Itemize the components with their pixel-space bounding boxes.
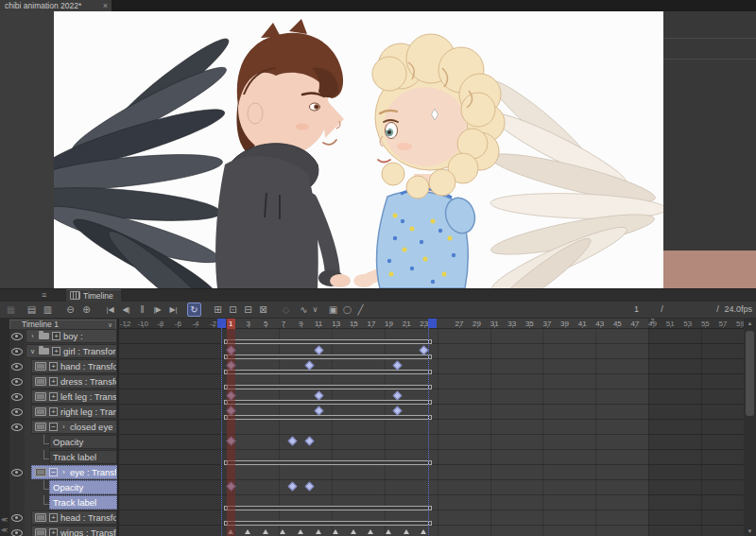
track-row-eye-opacity[interactable]: Opacity xyxy=(49,480,117,494)
edit-track-button[interactable]: ╱ xyxy=(353,303,368,317)
onion-skin-button[interactable]: ▣ xyxy=(326,303,340,317)
clip-duration-bar-closed-eye-track-label[interactable] xyxy=(224,460,432,465)
zoom-out-button[interactable]: ⊖ xyxy=(63,303,77,317)
pause-button[interactable]: ‖ xyxy=(135,303,149,317)
playback-range-start-marker[interactable] xyxy=(217,319,226,328)
expand-plus-icon[interactable]: + xyxy=(49,392,58,401)
track-row-closed-eye-opacity[interactable]: Opacity xyxy=(49,435,117,449)
fps-value[interactable]: 24.0fps xyxy=(724,303,752,317)
canvas-area[interactable] xyxy=(0,11,756,288)
scroll-down-icon[interactable]: ▼ xyxy=(744,527,756,536)
scroll-up-icon[interactable]: ▲ xyxy=(744,319,756,329)
keyframe-diamond[interactable] xyxy=(393,406,403,416)
expand-chevron-icon[interactable]: ≪ xyxy=(1,527,8,534)
track-row-eye-track-label[interactable]: Track label xyxy=(49,495,117,510)
document-tab[interactable]: chibi animation 2022* × xyxy=(0,0,112,11)
clip-duration-bar-eye-track-label[interactable] xyxy=(224,506,432,510)
clip-duration-bar-dress[interactable] xyxy=(224,385,432,389)
close-icon[interactable]: × xyxy=(103,0,108,11)
expand-plus-icon[interactable]: + xyxy=(49,377,58,386)
cel-marker-triangle[interactable] xyxy=(421,529,426,534)
track-row-head[interactable]: +head : Transform xyxy=(31,510,117,525)
skip-end-button[interactable]: ▶| xyxy=(166,303,180,317)
cel-marker-triangle[interactable] xyxy=(298,529,303,534)
zoom-in-button[interactable]: ⊕ xyxy=(79,303,94,317)
prev-frame-button[interactable]: ◀| xyxy=(119,303,133,317)
enable-keyframes-button[interactable]: ◇ xyxy=(279,303,293,317)
cel-marker-triangle[interactable] xyxy=(245,529,250,534)
next-keyframe-button[interactable]: ⊠ xyxy=(256,303,270,317)
clip-duration-bar-girl[interactable] xyxy=(224,354,432,359)
clip-duration-bar-boy[interactable] xyxy=(224,339,432,344)
chevron-down-icon[interactable]: ∨ xyxy=(29,345,36,357)
visibility-toggle-wings[interactable] xyxy=(11,529,23,536)
cel-marker-triangle[interactable] xyxy=(316,529,321,534)
keyframe-diamond[interactable] xyxy=(305,437,315,446)
expand-plus-icon[interactable]: + xyxy=(52,332,60,340)
expand-plus-icon[interactable]: + xyxy=(49,528,58,536)
tracks-area[interactable]: -12-10-8-6-4-235791113151719212327293133… xyxy=(119,319,744,536)
visibility-toggle-boy[interactable] xyxy=(11,333,23,340)
playhead-line[interactable] xyxy=(227,319,235,536)
next-frame-button[interactable]: |▶ xyxy=(150,303,164,317)
visibility-toggle-dress[interactable] xyxy=(11,378,23,386)
clip-duration-bar-left-leg[interactable] xyxy=(224,400,432,405)
cel-marker-triangle[interactable] xyxy=(386,529,391,534)
panel-menu-icon[interactable]: ≡ xyxy=(42,290,46,301)
track-row-closed-eye[interactable]: −›closed eye : Transform xyxy=(31,420,117,434)
keyframe-diamond[interactable] xyxy=(287,437,297,446)
chevron-right-icon[interactable]: › xyxy=(60,421,67,433)
expand-plus-icon[interactable]: + xyxy=(49,407,58,416)
track-row-left-leg[interactable]: +left leg : Transform xyxy=(31,389,117,404)
new-animation-cel-button[interactable]: ▤ xyxy=(25,303,39,317)
visibility-toggle-hand[interactable] xyxy=(11,363,23,371)
visibility-toggle-right-leg[interactable] xyxy=(11,408,23,416)
cel-marker-triangle[interactable] xyxy=(263,529,268,534)
chevron-right-icon[interactable]: › xyxy=(60,466,67,478)
keyframe-diamond[interactable] xyxy=(314,406,323,416)
collapse-minus-icon[interactable]: − xyxy=(49,468,58,476)
clip-duration-bar-right-leg[interactable] xyxy=(224,415,432,420)
track-row-hand[interactable]: +hand : Transform xyxy=(31,359,117,373)
cel-marker-triangle[interactable] xyxy=(333,529,338,534)
visibility-toggle-eye[interactable] xyxy=(11,469,23,476)
cel-marker-triangle[interactable] xyxy=(368,529,373,534)
collapse-minus-icon[interactable]: − xyxy=(49,423,58,431)
vertical-scrollbar[interactable]: ▲ ▼ xyxy=(744,319,756,536)
clip-duration-bar-head[interactable] xyxy=(224,521,432,526)
track-row-boy[interactable]: ›+boy : xyxy=(26,329,117,343)
playhead-frame-cell[interactable]: 1 xyxy=(227,319,235,329)
keyframe-diamond[interactable] xyxy=(314,346,323,355)
loop-play-button[interactable]: ↻ xyxy=(187,303,201,317)
interpolation-caret[interactable]: ∨ xyxy=(308,303,322,317)
skip-start-button[interactable]: |◀ xyxy=(103,303,117,317)
cel-marker-triangle[interactable] xyxy=(404,529,409,534)
track-row-dress[interactable]: +dress : Transform xyxy=(31,374,117,389)
cel-marker-triangle[interactable] xyxy=(280,529,285,534)
scrollbar-thumb[interactable] xyxy=(746,331,754,416)
expand-plus-icon[interactable]: + xyxy=(52,347,60,355)
tab-timeline[interactable]: Timeline xyxy=(66,289,121,302)
current-frame-value[interactable]: 1 xyxy=(622,303,650,317)
remove-keyframe-button[interactable]: ⊡ xyxy=(226,303,240,317)
keyframe-diamond[interactable] xyxy=(393,361,403,371)
prev-keyframe-button[interactable]: ⊟ xyxy=(241,303,255,317)
new-cel-folder-button[interactable]: ▥ xyxy=(41,303,55,317)
track-row-closed-eye-track-label[interactable]: Track label xyxy=(49,450,117,464)
playback-range-end-marker[interactable] xyxy=(428,319,437,328)
track-row-right-leg[interactable]: +right leg : Transform xyxy=(31,405,117,419)
visibility-toggle-closed-eye[interactable] xyxy=(11,424,23,431)
visibility-toggle-head[interactable] xyxy=(11,514,23,522)
new-timeline-button[interactable]: ▦ xyxy=(4,303,18,317)
light-table-button[interactable]: ◯ xyxy=(340,303,354,317)
collapse-chevron-icon[interactable]: ≪ xyxy=(1,516,8,524)
cel-marker-triangle[interactable] xyxy=(351,529,356,534)
keyframe-diamond[interactable] xyxy=(305,482,315,492)
visibility-toggle-left-leg[interactable] xyxy=(11,393,23,401)
expand-plus-icon[interactable]: + xyxy=(49,362,58,371)
visibility-toggle-girl[interactable] xyxy=(11,348,23,355)
add-keyframe-button[interactable]: ⊞ xyxy=(211,303,225,317)
keyframe-diamond[interactable] xyxy=(393,391,403,401)
keyframe-diamond[interactable] xyxy=(287,482,297,492)
track-row-eye[interactable]: −›eye : Transform xyxy=(31,465,117,479)
